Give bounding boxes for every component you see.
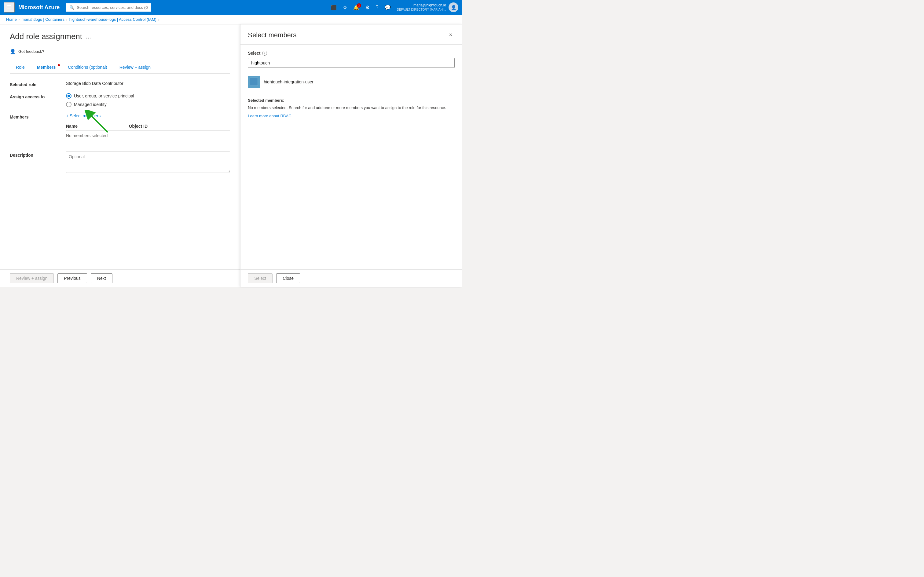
form-row-selected-role: Selected role Storage Blob Data Contribu… [10, 81, 230, 87]
member-search-input[interactable] [248, 58, 455, 68]
form-row-assign-access: Assign access to User, group, or service… [10, 93, 230, 107]
select-field-label-row: Select i [248, 51, 455, 56]
azure-brand-logo: Microsoft Azure [18, 4, 60, 11]
search-bar[interactable]: 🔍 [66, 3, 151, 11]
select-members-link[interactable]: + Select members [66, 113, 100, 118]
feedback-text: Got feedback? [18, 49, 44, 54]
left-content: Add role assignment ... 👤 Got feedback? … [0, 24, 240, 269]
notification-badge: 2 [357, 3, 361, 8]
members-table: Name Object ID No members selected [66, 122, 230, 140]
feedback-icon: 👤 [10, 48, 16, 54]
breadcrumb-separator-3: › [158, 18, 160, 21]
page-title: Add role assignment ... [10, 32, 230, 41]
members-tab-dot [58, 64, 60, 66]
selected-members-description: No members selected. Search for and add … [248, 105, 446, 110]
breadcrumb-home[interactable]: Home [6, 17, 17, 22]
info-icon[interactable]: i [262, 51, 267, 56]
members-section: + Select members Name Object ID No membe… [66, 113, 230, 140]
main-layout: Add role assignment ... 👤 Got feedback? … [0, 24, 462, 287]
left-panel: Add role assignment ... 👤 Got feedback? … [0, 24, 240, 287]
result-item-icon [248, 76, 260, 88]
more-options-button[interactable]: ... [86, 33, 91, 40]
right-panel-title: Select members [248, 31, 297, 39]
search-input[interactable] [77, 5, 148, 10]
col-name-header: Name [66, 122, 129, 131]
radio-managed-identity[interactable]: Managed identity [66, 102, 134, 107]
tabs-navigation: Role Members Conditions (optional) Revie… [10, 62, 230, 74]
breadcrumb-separator-1: › [19, 18, 20, 21]
radio-managed-identity-circle[interactable] [66, 102, 71, 107]
breadcrumb-separator-2: › [66, 18, 68, 21]
selected-role-value: Storage Blob Data Contributor [66, 81, 123, 86]
portal-settings-button[interactable]: ⚙ [340, 3, 350, 12]
assign-access-label: Assign access to [10, 93, 59, 99]
service-principal-icon [250, 77, 258, 86]
user-profile[interactable]: maria@hightouch.io DEFAULT DIRECTORY (MA… [397, 2, 458, 12]
right-panel-body: Select i hightouch-integration-user Sele… [240, 45, 462, 269]
user-avatar[interactable]: 👤 [448, 2, 458, 12]
user-info: maria@hightouch.io DEFAULT DIRECTORY (MA… [397, 3, 446, 12]
form-row-description: Description [10, 152, 230, 173]
tab-conditions[interactable]: Conditions (optional) [62, 62, 113, 73]
panel-select-button[interactable]: Select [248, 273, 273, 283]
user-email: maria@hightouch.io [397, 3, 446, 8]
help-button[interactable]: ? [373, 3, 381, 12]
previous-button[interactable]: Previous [58, 273, 87, 283]
hamburger-menu-button[interactable]: ☰ [4, 2, 15, 13]
tab-review-assign[interactable]: Review + assign [113, 62, 157, 73]
table-row-empty: No members selected [66, 131, 230, 141]
search-icon: 🔍 [69, 5, 74, 10]
description-label: Description [10, 152, 59, 158]
form-row-members: Members + Select members [10, 113, 230, 145]
selected-members-note: Selected members: No members selected. S… [248, 97, 455, 119]
breadcrumb-iam[interactable]: hightouch-warehouse-logs | Access Contro… [69, 17, 156, 22]
bottom-action-bar: Review + assign Previous Next [0, 269, 240, 287]
right-panel-footer: Select Close [240, 269, 462, 287]
members-label: Members [10, 113, 59, 119]
nav-icon-group: ⬛ ⚙ 🔔 2 ⚙ ? 💬 maria@hightouch.io DEFAULT… [328, 2, 458, 12]
feedback-button[interactable]: 💬 [382, 3, 393, 12]
tab-members[interactable]: Members [31, 62, 62, 73]
notifications-button[interactable]: 🔔 2 [351, 3, 362, 12]
breadcrumb-containers[interactable]: mariahtlogs | Containers [21, 17, 65, 22]
selected-members-title: Selected members: [248, 97, 455, 103]
settings-button[interactable]: ⚙ [363, 3, 372, 12]
select-field-label: Select [248, 51, 260, 56]
result-item-name: hightouch-integration-user [264, 79, 313, 84]
next-button[interactable]: Next [91, 273, 113, 283]
col-objectid-header: Object ID [129, 122, 231, 131]
cloud-shell-button[interactable]: ⬛ [328, 3, 339, 12]
radio-user-group-circle[interactable] [66, 93, 71, 99]
panel-close-button[interactable]: Close [276, 273, 300, 283]
radio-user-group[interactable]: User, group, or service principal [66, 93, 134, 99]
selected-role-label: Selected role [10, 81, 59, 87]
page-title-text: Add role assignment [10, 32, 82, 41]
assign-access-radio-group: User, group, or service principal Manage… [66, 93, 134, 107]
close-panel-button[interactable]: × [447, 31, 455, 39]
learn-more-rbac-link[interactable]: Learn more about RBAC [248, 113, 291, 119]
search-results: hightouch-integration-user [248, 73, 455, 91]
breadcrumb: Home › mariahtlogs | Containers › highto… [0, 15, 462, 24]
radio-user-group-label: User, group, or service principal [74, 93, 134, 98]
description-textarea[interactable] [66, 152, 230, 173]
select-members-panel: Select members × Select i hightouch-inte… [240, 24, 462, 287]
feedback-bar: 👤 Got feedback? [10, 46, 230, 57]
top-navigation: ☰ Microsoft Azure 🔍 ⬛ ⚙ 🔔 2 ⚙ ? 💬 maria@… [0, 0, 462, 15]
right-panel-header: Select members × [240, 24, 462, 45]
review-assign-button[interactable]: Review + assign [10, 273, 54, 283]
no-members-text: No members selected [66, 131, 230, 141]
radio-managed-identity-label: Managed identity [74, 102, 106, 107]
user-directory: DEFAULT DIRECTORY (MARIAHI... [397, 8, 446, 11]
tab-role[interactable]: Role [10, 62, 31, 73]
search-result-item[interactable]: hightouch-integration-user [248, 73, 455, 91]
